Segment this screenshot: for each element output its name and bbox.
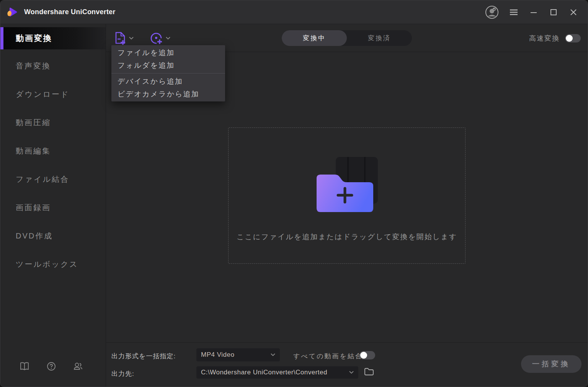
hamburger-menu-icon[interactable]	[509, 7, 519, 17]
file-drop-zone[interactable]: ここにファイルを追加またはドラッグして変換を開始します	[228, 127, 466, 264]
menu-item-add-from-camcorder[interactable]: ビデオカメラから追加	[111, 88, 225, 100]
chevron-down-icon	[166, 37, 170, 40]
output-format-select[interactable]: MP4 Video	[196, 348, 280, 361]
merge-all-toggle[interactable]	[359, 351, 375, 359]
toggle-knob	[566, 35, 573, 42]
fast-convert-label: 高速変換	[529, 34, 560, 43]
sidebar-item-audio-convert[interactable]: 音声変換	[0, 52, 106, 80]
add-disc-icon	[150, 31, 163, 45]
menu-item-add-file[interactable]: ファイルを追加	[111, 46, 225, 59]
merge-all-label: すべての動画を結合	[293, 352, 363, 361]
output-dest-value: C:\Wondershare UniConverter\Converted	[201, 369, 327, 376]
tab-converted[interactable]: 変換済	[347, 30, 412, 46]
output-dest-label: 出力先:	[111, 369, 134, 378]
sidebar-item-screen-record[interactable]: 画面録画	[0, 193, 106, 222]
sidebar-item-toolbox[interactable]: ツールボックス	[0, 250, 106, 278]
sidebar-footer	[20, 361, 83, 371]
batch-convert-button[interactable]: 一括変換	[521, 355, 581, 373]
tab-converting[interactable]: 変換中	[282, 30, 347, 46]
output-format-label: 出力形式を一括指定:	[111, 352, 176, 361]
menu-divider	[111, 73, 225, 73]
toggle-knob	[360, 352, 367, 359]
sidebar-item-download[interactable]: ダウンロード	[0, 80, 106, 108]
guide-book-icon[interactable]	[20, 361, 29, 371]
app-title: Wondershare UniConverter	[24, 8, 116, 16]
sidebar-item-file-merge[interactable]: ファイル結合	[0, 165, 106, 193]
drop-zone-hint: ここにファイルを追加またはドラッグして変換を開始します	[229, 232, 465, 242]
chevron-down-icon	[271, 353, 275, 356]
fast-convert-toggle[interactable]	[565, 34, 581, 42]
minimize-button[interactable]	[529, 7, 539, 17]
menu-item-add-folder[interactable]: フォルダを追加	[111, 59, 225, 72]
sidebar: 動画変換 音声変換 ダウンロード 動画圧縮 動画編集 ファイル結合 画面録画 D…	[0, 24, 106, 387]
sidebar-item-video-convert[interactable]: 動画変換	[0, 27, 106, 49]
main-panel: 変換中 変換済 高速変換 ファイルを追加 フォルダを追加 デバイスから追加 ビデ…	[106, 24, 588, 387]
sidebar-item-dvd-create[interactable]: DVD作成	[0, 222, 106, 250]
add-file-icon	[114, 31, 127, 45]
add-disc-button[interactable]	[150, 31, 170, 45]
app-logo-icon	[6, 6, 19, 19]
open-output-folder-button[interactable]	[364, 367, 374, 377]
add-dropdown-menu: ファイルを追加 フォルダを追加 デバイスから追加 ビデオカメラから追加	[111, 45, 225, 101]
add-file-button[interactable]	[114, 31, 134, 45]
sidebar-item-video-edit[interactable]: 動画編集	[0, 137, 106, 165]
output-settings-bar: 出力形式を一括指定: MP4 Video すべての動画を結合 出力先: C:\W…	[106, 342, 588, 387]
chevron-down-icon	[349, 371, 354, 374]
maximize-button[interactable]	[549, 7, 559, 17]
folder-outline-icon	[364, 367, 374, 376]
help-icon[interactable]	[46, 361, 56, 371]
account-avatar-icon[interactable]	[485, 5, 499, 19]
output-format-value: MP4 Video	[201, 351, 234, 359]
title-bar: Wondershare UniConverter	[0, 0, 588, 24]
close-button[interactable]	[568, 7, 578, 17]
chevron-down-icon	[129, 37, 134, 40]
menu-item-add-from-device[interactable]: デバイスから追加	[111, 75, 225, 88]
app-window: Wondershare UniConverter	[0, 0, 588, 387]
add-folder-icon	[317, 174, 373, 212]
convert-state-tabs: 変換中 変換済	[282, 30, 412, 46]
output-dest-select[interactable]: C:\Wondershare UniConverter\Converted	[196, 366, 358, 379]
sidebar-item-video-compress[interactable]: 動画圧縮	[0, 108, 106, 137]
community-icon[interactable]	[73, 361, 83, 371]
